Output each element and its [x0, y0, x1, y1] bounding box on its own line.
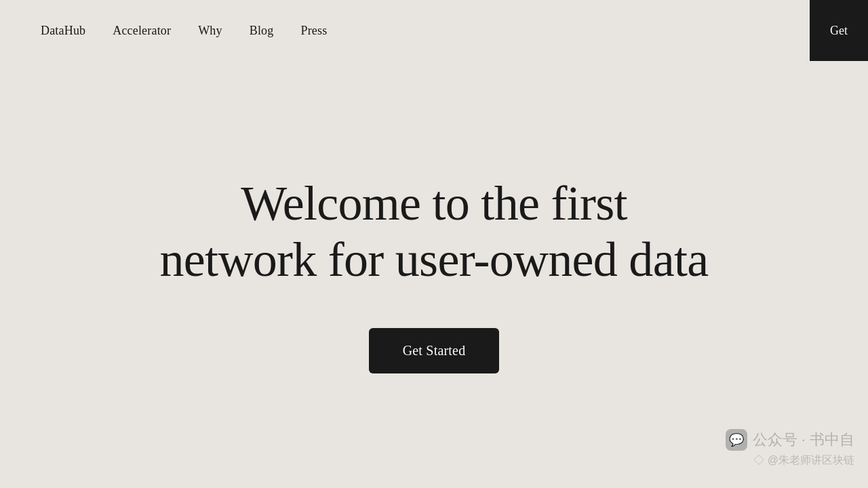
nav-link-blog[interactable]: Blog: [250, 24, 274, 37]
hero-title-line1: Welcome to the first: [241, 176, 627, 230]
nav-cta-button[interactable]: Get: [810, 0, 868, 61]
wechat-icon: 💬: [726, 429, 747, 451]
watermark-line1: 💬 公众号 · 书中自: [726, 429, 854, 451]
nav-item-blog[interactable]: Blog: [250, 24, 274, 38]
hero-section: Welcome to the first network for user-ow…: [0, 0, 868, 488]
nav-item-datahub[interactable]: DataHub: [41, 24, 85, 38]
nav-item-why[interactable]: Why: [198, 24, 222, 38]
nav-link-why[interactable]: Why: [198, 24, 222, 37]
hero-title-line2: network for user-owned data: [160, 232, 709, 287]
nav-links: DataHub Accelerator Why Blog Press: [41, 24, 327, 38]
main-nav: DataHub Accelerator Why Blog Press Get: [0, 0, 868, 61]
watermark-line2: ◇ @朱老师讲区块链: [753, 453, 854, 468]
nav-item-accelerator[interactable]: Accelerator: [113, 24, 171, 38]
nav-item-press[interactable]: Press: [300, 24, 327, 38]
hero-cta-button[interactable]: Get Started: [369, 328, 500, 373]
nav-link-accelerator[interactable]: Accelerator: [113, 24, 171, 37]
nav-link-press[interactable]: Press: [300, 24, 327, 37]
watermark: 💬 公众号 · 书中自 ◇ @朱老师讲区块链: [726, 429, 854, 468]
hero-title: Welcome to the first network for user-ow…: [160, 176, 709, 288]
nav-link-datahub[interactable]: DataHub: [41, 24, 85, 37]
